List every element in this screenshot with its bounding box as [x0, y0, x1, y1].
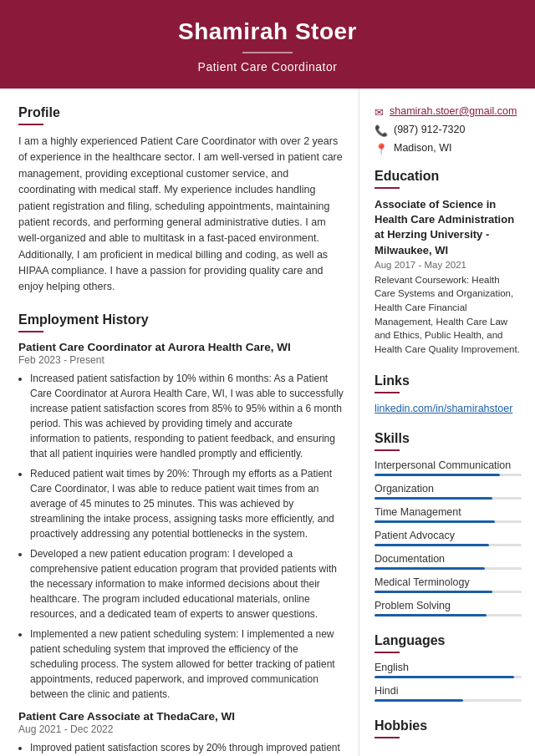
lang-item-1: Hindi	[374, 685, 522, 702]
employment-divider	[18, 331, 43, 332]
skills-list: Interpersonal Communication Organization…	[374, 459, 522, 616]
edu-degree: Associate of Science in Health Care Admi…	[374, 197, 522, 258]
education-divider	[374, 187, 400, 189]
skills-title: Skills	[374, 431, 522, 446]
lang-bar-bg-0	[374, 676, 522, 678]
contact-location: Madison, WI	[394, 142, 451, 154]
skill-item-1: Organization	[374, 483, 522, 500]
contact-phone: (987) 912-7320	[394, 124, 465, 135]
skill-item-5: Medical Terminology	[374, 576, 522, 593]
skill-item-6: Problem Solving	[374, 600, 522, 616]
header-section: Shamirah Stoer Patient Care Coordinator	[0, 0, 535, 89]
education-title: Education	[374, 169, 522, 184]
header-title: Patient Care Coordinator	[17, 60, 518, 74]
lang-name-1: Hindi	[374, 685, 522, 697]
skill-name-0: Interpersonal Communication	[374, 459, 522, 471]
right-column: ✉ shamirah.stoer@gmail.com 📞 (987) 912-7…	[359, 89, 535, 756]
job-1-dates: Feb 2023 - Present	[18, 354, 344, 366]
profile-divider	[18, 124, 43, 125]
skill-bar-bg-0	[374, 474, 522, 476]
skill-bar-bg-1	[374, 497, 522, 500]
hobbies-section: Hobbies	[374, 718, 522, 738]
skill-item-4: Documentation	[374, 553, 522, 570]
languages-divider	[374, 652, 400, 653]
edu-coursework: Relevant Coursework: Health Care Systems…	[374, 273, 522, 357]
skill-bar-bg-6	[374, 614, 522, 616]
email-icon: ✉	[374, 106, 384, 119]
lang-bar-bg-1	[374, 699, 522, 702]
contact-phone-item: 📞 (987) 912-7320	[374, 124, 522, 137]
job-1-title: Patient Care Coordinator at Aurora Healt…	[18, 341, 344, 353]
job-2-bullet-1: Improved patient satisfaction scores by …	[30, 740, 344, 756]
skill-bar-bg-3	[374, 544, 522, 546]
skill-name-1: Organization	[374, 483, 522, 495]
profile-text: I am a highly experienced Patient Care C…	[18, 134, 344, 296]
education-section: Education Associate of Science in Health…	[374, 169, 522, 357]
skill-bar-fill-0	[374, 474, 500, 476]
job-1-bullets: Increased patient satisfaction by 10% wi…	[18, 371, 344, 702]
skill-bar-bg-5	[374, 591, 522, 593]
lang-item-0: English	[374, 662, 522, 678]
skill-bar-fill-6	[374, 614, 487, 616]
hobbies-title: Hobbies	[374, 718, 522, 733]
employment-title: Employment History	[18, 312, 344, 327]
skill-bar-fill-4	[374, 567, 485, 570]
skill-bar-fill-3	[374, 544, 489, 546]
skill-bar-bg-4	[374, 567, 522, 570]
job-1-bullet-2: Reduced patient wait times by 20%: Throu…	[30, 466, 344, 541]
job-2-bullets: Improved patient satisfaction scores by …	[18, 740, 344, 756]
job-2-dates: Aug 2021 - Dec 2022	[18, 723, 344, 735]
skill-name-5: Medical Terminology	[374, 576, 522, 588]
links-divider	[374, 392, 400, 393]
links-title: Links	[374, 373, 522, 388]
skill-bar-bg-2	[374, 520, 522, 523]
lang-bar-fill-1	[374, 699, 463, 702]
languages-section: Languages English Hindi	[374, 633, 522, 702]
job-1-bullet-3: Developed a new patient education progra…	[30, 546, 344, 622]
skill-item-0: Interpersonal Communication	[374, 459, 522, 476]
job-2: Patient Care Associate at ThedaCare, WI …	[18, 710, 344, 756]
job-2-title: Patient Care Associate at ThedaCare, WI	[18, 710, 344, 723]
skill-bar-fill-1	[374, 497, 492, 500]
edu-dates: Aug 2017 - May 2021	[374, 260, 522, 270]
job-1: Patient Care Coordinator at Aurora Healt…	[18, 341, 344, 702]
edu-coursework-label: Relevant Coursework:	[374, 275, 469, 285]
skill-item-2: Time Management	[374, 506, 522, 523]
contact-location-item: 📍 Madison, WI	[374, 142, 522, 155]
contact-section: ✉ shamirah.stoer@gmail.com 📞 (987) 912-7…	[374, 105, 522, 155]
skill-bar-fill-2	[374, 520, 495, 523]
left-column: Profile I am a highly experienced Patien…	[0, 89, 359, 756]
header-divider	[242, 52, 293, 53]
skill-name-6: Problem Solving	[374, 600, 522, 611]
contact-email-item: ✉ shamirah.stoer@gmail.com	[374, 105, 522, 119]
skill-name-4: Documentation	[374, 553, 522, 565]
location-icon: 📍	[374, 143, 388, 155]
linkedin-link[interactable]: linkedin.com/in/shamirahstoer	[374, 403, 512, 414]
links-section: Links linkedin.com/in/shamirahstoer	[374, 373, 522, 414]
phone-icon: 📞	[374, 124, 388, 137]
employment-section: Employment History Patient Care Coordina…	[18, 312, 344, 756]
skills-section: Skills Interpersonal Communication Organ…	[374, 431, 522, 616]
job-1-bullet-1: Increased patient satisfaction by 10% wi…	[30, 371, 344, 461]
skills-divider	[374, 449, 400, 451]
languages-list: English Hindi	[374, 662, 522, 702]
skill-item-3: Patient Advocacy	[374, 530, 522, 546]
main-layout: Profile I am a highly experienced Patien…	[0, 89, 535, 756]
languages-title: Languages	[374, 633, 522, 648]
profile-title: Profile	[18, 105, 344, 120]
skill-name-3: Patient Advocacy	[374, 530, 522, 541]
header-name: Shamirah Stoer	[17, 18, 518, 45]
profile-section: Profile I am a highly experienced Patien…	[18, 105, 344, 296]
lang-bar-fill-0	[374, 676, 514, 678]
edu-coursework-text: Health Care Systems and Organization, He…	[374, 275, 520, 354]
skill-name-2: Time Management	[374, 506, 522, 518]
hobbies-divider	[374, 737, 400, 738]
email-link[interactable]: shamirah.stoer@gmail.com	[390, 105, 517, 117]
skill-bar-fill-5	[374, 591, 492, 593]
lang-name-0: English	[374, 662, 522, 673]
job-1-bullet-4: Implemented a new patient scheduling sys…	[30, 627, 344, 702]
